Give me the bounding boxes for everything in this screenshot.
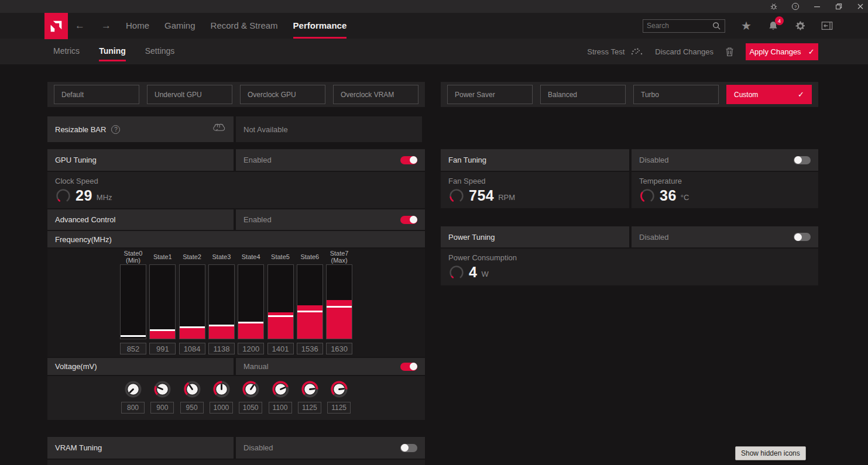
clock-speed-value: 29: [76, 187, 92, 204]
nav-item-record-stream[interactable]: Record & Stream: [211, 13, 278, 39]
voltage-value-input[interactable]: 1100: [269, 402, 292, 414]
tab-settings[interactable]: Settings: [145, 39, 175, 64]
preset-custom[interactable]: Custom✓: [726, 85, 812, 104]
power-consumption-gauge: [448, 264, 465, 281]
nav-menu: HomeGamingRecord & StreamPerformance: [126, 13, 346, 39]
preset-check-icon: ✓: [798, 90, 804, 99]
close-icon[interactable]: [856, 2, 864, 11]
power-preset-group: Power SaverBalancedTurboCustom✓: [441, 82, 818, 107]
search-input[interactable]: [647, 22, 712, 30]
discard-changes-button[interactable]: Discard Changes: [655, 47, 713, 56]
nav-item-performance[interactable]: Performance: [293, 13, 347, 39]
freq-value-input[interactable]: 1138: [208, 343, 235, 354]
rebar-help-icon[interactable]: ?: [111, 125, 120, 134]
freq-column-state4: State41200: [238, 249, 264, 264]
power-consumption-value: 4: [469, 264, 477, 281]
preset-default[interactable]: Default: [54, 85, 139, 104]
minimize-icon[interactable]: [812, 2, 821, 11]
collapse-panel-icon[interactable]: [821, 20, 833, 32]
freq-column-state1: State1991: [149, 249, 176, 264]
gpu-tuning-status: Enabled: [243, 156, 272, 164]
freq-value-input[interactable]: 1630: [326, 343, 352, 354]
voltage-value-input[interactable]: 1125: [298, 402, 321, 414]
freq-bar-slider[interactable]: [326, 264, 352, 339]
voltage-value-input[interactable]: 1000: [210, 402, 233, 414]
search-box[interactable]: [643, 19, 725, 33]
restore-icon[interactable]: [834, 2, 843, 11]
frequency-label: Frequency(MHz): [55, 235, 112, 244]
notifications-bell-icon[interactable]: 4: [767, 20, 779, 32]
fan-speed-unit: RPM: [498, 193, 515, 202]
gpu-tuning-status-cell: Enabled: [236, 149, 425, 171]
freq-value-input[interactable]: 852: [120, 343, 146, 354]
freq-column-state7: State7(Max)1630: [326, 249, 352, 264]
rebar-brain-icon: [212, 123, 226, 136]
power-tuning-toggle[interactable]: [794, 233, 811, 241]
temperature-content: Temperature 36 °C: [632, 172, 818, 208]
clock-speed-unit: MHz: [97, 193, 112, 202]
preset-undervolt-gpu[interactable]: Undervolt GPU: [147, 85, 232, 104]
voltage-value-input[interactable]: 900: [150, 402, 174, 414]
preset-label: Default: [61, 91, 84, 99]
preset-turbo[interactable]: Turbo: [633, 85, 719, 104]
advanced-control-status: Enabled: [243, 215, 272, 224]
stress-test-button[interactable]: Stress Test: [587, 47, 643, 56]
forward-arrow-icon[interactable]: →: [101, 20, 111, 32]
titlebar: ?: [0, 0, 868, 13]
voltage-value-input[interactable]: 950: [180, 402, 204, 414]
freq-column-state0: State0(Min)852: [120, 249, 146, 264]
freq-column-state5: State51401: [267, 249, 294, 264]
preset-overclock-vram[interactable]: Overclock VRAM: [333, 85, 418, 104]
voltage-manual-toggle[interactable]: [400, 363, 417, 371]
freq-bar-slider[interactable]: [120, 264, 146, 339]
tab-metrics[interactable]: Metrics: [53, 39, 80, 64]
freq-state-label: State1: [149, 249, 176, 264]
rebar-label-cell: Resizable BAR ?: [47, 116, 234, 142]
settings-gear-icon[interactable]: [794, 20, 806, 32]
preset-label: Custom: [734, 91, 758, 99]
freq-bar-slider[interactable]: [179, 264, 205, 339]
advanced-control-toggle[interactable]: [400, 216, 417, 224]
freq-bar-slider[interactable]: [297, 264, 323, 339]
fan-tuning-toggle[interactable]: [794, 156, 811, 164]
preset-overclock-gpu[interactable]: Overclock GPU: [240, 85, 325, 104]
freq-bar-slider[interactable]: [149, 264, 176, 339]
freq-value-input[interactable]: 1536: [297, 343, 323, 354]
trash-icon[interactable]: [725, 47, 734, 57]
clock-speed-label: Clock Speed: [55, 177, 112, 185]
gpu-tuning-toggle[interactable]: [400, 156, 417, 164]
bug-report-icon[interactable]: [769, 2, 778, 11]
amd-logo[interactable]: [44, 13, 68, 39]
power-tuning-content: Power Consumption 4 W: [441, 249, 818, 285]
notification-badge: 4: [775, 16, 784, 25]
vram-tuning-content: [47, 460, 425, 465]
preset-balanced[interactable]: Balanced: [540, 85, 626, 104]
voltage-value-input[interactable]: 800: [121, 402, 145, 414]
voltage-value-input[interactable]: 1125: [327, 402, 351, 414]
advanced-control-status-cell: Enabled: [236, 209, 425, 230]
voltage-value-input[interactable]: 1050: [239, 402, 262, 414]
freq-column-state3: State31138: [208, 249, 235, 264]
frequency-chart: State0(Min)852State1991State21084State31…: [47, 249, 425, 357]
apply-changes-button[interactable]: Apply Changes ✓: [746, 43, 818, 60]
voltage-mode: Manual: [243, 362, 269, 371]
gpu-tuning-label: GPU Tuning: [55, 156, 97, 164]
svg-text:?: ?: [794, 4, 796, 9]
vram-tuning-toggle[interactable]: [400, 444, 417, 452]
favorites-star-icon[interactable]: ★: [740, 20, 752, 32]
freq-bar-slider[interactable]: [208, 264, 235, 339]
preset-power-saver[interactable]: Power Saver: [447, 85, 533, 104]
freq-bar-slider[interactable]: [267, 264, 294, 339]
nav-item-home[interactable]: Home: [126, 13, 149, 39]
freq-value-input[interactable]: 1084: [179, 343, 205, 354]
freq-value-input[interactable]: 1401: [267, 343, 294, 354]
tab-tuning[interactable]: Tuning: [99, 39, 126, 64]
help-icon[interactable]: ?: [791, 2, 800, 11]
back-arrow-icon[interactable]: ←: [75, 20, 85, 32]
freq-value-input[interactable]: 1200: [238, 343, 264, 354]
nav-item-gaming[interactable]: Gaming: [164, 13, 195, 39]
search-icon[interactable]: [712, 22, 721, 30]
freq-value-input[interactable]: 991: [149, 343, 176, 354]
preset-label: Overclock VRAM: [341, 91, 394, 99]
freq-bar-slider[interactable]: [238, 264, 264, 339]
